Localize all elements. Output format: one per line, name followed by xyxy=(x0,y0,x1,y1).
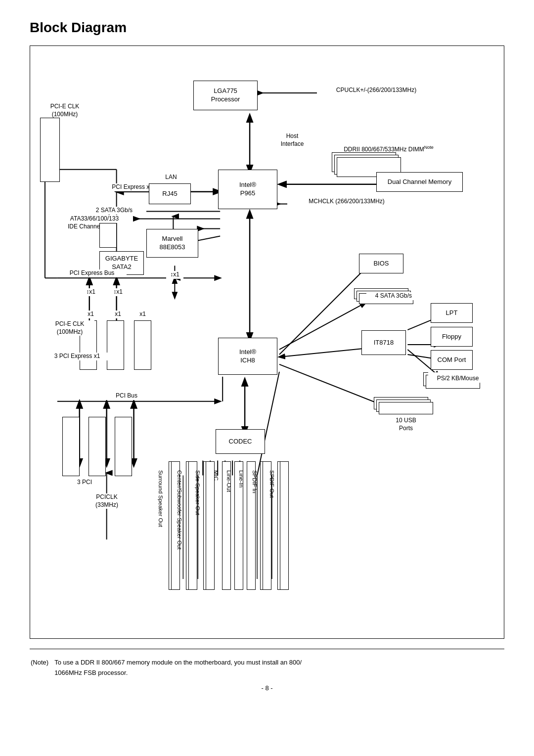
line-out-label: Line-Out xyxy=(222,470,232,520)
p965-box: Intel®P965 xyxy=(218,170,277,209)
pci-express-bus-label: PCI Express Bus xyxy=(57,269,127,277)
svg-line-17 xyxy=(279,268,366,355)
pcie-clk-bottom-label: PCI-E CLK(100MHz) xyxy=(45,320,94,336)
x1-label-2: ↕x1 xyxy=(109,288,127,296)
com-port-box: COM Port xyxy=(431,350,473,370)
svg-line-19 xyxy=(279,348,368,357)
center-sub-label: Center/Subwoofer Speaker Out xyxy=(173,470,182,609)
pciclk-label: PCICLK(33MHz) xyxy=(85,493,129,509)
page: Block Diagram xyxy=(0,0,534,756)
mchclk-label: MCHCLK (266/200/133MHz) xyxy=(287,198,406,206)
bios-box: BIOS xyxy=(359,254,403,273)
page-number: - 8 - xyxy=(30,684,504,692)
x1-label-3: ↕x1 xyxy=(166,271,183,279)
pci-bus-label: PCI Bus xyxy=(102,392,151,400)
spdif-out-label: SPDIF Out xyxy=(265,470,275,520)
ps2-label: PS/2 KB/Mouse xyxy=(428,372,488,383)
spdif-in-label: SPDIF In xyxy=(248,470,258,520)
pci-slot-1 xyxy=(62,417,80,476)
processor-label: LGA775Processor xyxy=(211,87,240,104)
processor-box: LGA775Processor xyxy=(193,81,258,110)
gigabyte-sata2-label: GIGABYTESATA2 xyxy=(105,255,138,271)
marvell-label: Marvell88E8053 xyxy=(159,235,185,252)
bios-label: BIOS xyxy=(373,260,389,268)
x1-label-6: x1 xyxy=(134,311,151,318)
cpuclk-label: CPUCLK+/-(266/200/133MHz) xyxy=(317,87,436,94)
three-pcie-label: 3 PCI Express x1 xyxy=(45,353,109,360)
it8718-label: IT8718 xyxy=(374,339,394,347)
codec-box: CODEC xyxy=(216,429,265,454)
codec-label: CODEC xyxy=(229,438,252,446)
com-port-label: COM Port xyxy=(438,356,466,364)
svg-line-18 xyxy=(279,303,366,350)
lpt-label: LPT xyxy=(446,309,458,317)
page-title: Block Diagram xyxy=(30,20,504,36)
note-label: (Note) xyxy=(31,658,53,678)
pci-slot-2 xyxy=(89,417,106,476)
floppy-label: Floppy xyxy=(442,333,461,341)
ich8-box: Intel®ICH8 xyxy=(218,338,277,375)
it8718-box: IT8718 xyxy=(361,330,406,355)
x1-label-4: x1 xyxy=(82,311,99,318)
lan-label: LAN xyxy=(156,174,186,181)
host-interface-label: HostInterface xyxy=(272,133,312,148)
four-sata-label: 4 SATA 3Gb/s xyxy=(366,292,421,300)
ich8-label: Intel®ICH8 xyxy=(239,348,256,365)
block-diagram: LGA775Processor CPUCLK+/-(266/200/133MHz… xyxy=(30,45,504,639)
x1-label-5: x1 xyxy=(109,311,127,318)
pcie-clk-top-label: PCI-E CLK(100MHz) xyxy=(40,103,89,118)
dual-channel-label: Dual Channel Memory xyxy=(388,178,451,186)
lpt-box: LPT xyxy=(431,303,473,323)
ata-label: ATA33/66/100/133 xyxy=(60,215,129,223)
dual-channel-box: Dual Channel Memory xyxy=(376,172,463,192)
x1-label-1: ↕x1 xyxy=(82,288,99,296)
note-text: To use a DDR II 800/667 memory module on… xyxy=(54,658,302,678)
marvell-box: Marvell88E8053 xyxy=(146,229,198,258)
two-sata-label: 2 SATA 3Gb/s xyxy=(82,207,146,215)
pci-slot-3 xyxy=(115,417,132,476)
floppy-box: Floppy xyxy=(431,327,473,347)
usb-label: 10 USBPorts xyxy=(376,417,436,432)
rj45-label: RJ45 xyxy=(162,190,177,198)
mic-label: MIC xyxy=(209,470,219,520)
pcie-x16-slot xyxy=(40,118,60,182)
side-speaker-label: Side Speaker Out xyxy=(191,470,201,569)
pcie-x1-slot-2 xyxy=(107,320,124,370)
p965-label: Intel®P965 xyxy=(239,181,256,198)
note-section: (Note) To use a DDR II 800/667 memory mo… xyxy=(30,649,504,679)
surround-label: Surround Speaker Out xyxy=(154,470,164,609)
rj45-box: RJ45 xyxy=(149,183,191,204)
three-pci-label: 3 PCI xyxy=(67,479,102,487)
line-in-label: Line-In xyxy=(234,470,244,520)
svg-line-46 xyxy=(257,372,279,476)
svg-line-24 xyxy=(279,364,386,406)
pcie-x1-slot-3 xyxy=(134,320,151,370)
ide-slot xyxy=(99,223,117,248)
